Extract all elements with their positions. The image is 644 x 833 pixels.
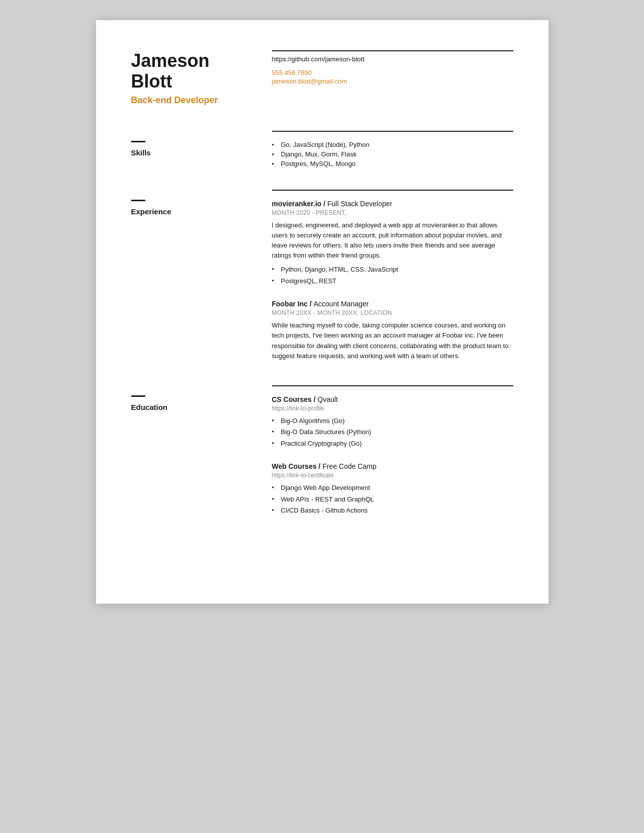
education-entry-2: Web Courses / Free Code Camp https://lin…: [272, 462, 513, 516]
edu-link-2: https://link-to-certificate: [272, 472, 513, 479]
exp-desc-1: I designed, engineered, and deployed a w…: [272, 220, 513, 261]
header-github: https://github.com/jameson-blott: [272, 55, 513, 63]
exp-title-2: Foobar Inc / Account Manager: [272, 300, 513, 308]
skills-list: Go, JavaScript (Node), Python Django, Mu…: [272, 141, 513, 168]
list-item: Go, JavaScript (Node), Python: [272, 141, 513, 148]
experience-section-left: Experience: [131, 190, 252, 365]
skills-section-left: Skills: [131, 131, 252, 170]
edu-institution-2: Web Courses: [272, 462, 317, 470]
list-item: Big-O Data Structures (Python): [272, 427, 513, 437]
edu-title-1: CS Courses / Qvault: [272, 395, 513, 403]
education-dash: [131, 395, 145, 397]
experience-label: Experience: [131, 207, 252, 216]
header-email: jameson.blott@gmail.com: [272, 77, 513, 85]
edu-sub-1: Qvault: [318, 395, 338, 403]
header-left: Jameson Blott Back-end Developer: [131, 50, 252, 106]
edu-title-2: Web Courses / Free Code Camp: [272, 462, 513, 470]
list-item: Postgres, MySQL, Mongo: [272, 160, 513, 168]
header-name: Jameson Blott: [131, 50, 252, 92]
exp-company-1: movieranker.io: [272, 200, 322, 208]
exp-company-2: Foobar Inc: [272, 300, 308, 308]
education-section: Education CS Courses / Qvault https://li…: [131, 385, 513, 517]
list-item: PostgresQL, REST: [272, 276, 513, 286]
exp-desc-2: While teaching myself to code, taking co…: [272, 320, 513, 361]
edu-institution-1: CS Courses: [272, 395, 312, 403]
resume-page: Jameson Blott Back-end Developer https:/…: [96, 20, 548, 604]
header-phone: 555.456.7890: [272, 69, 513, 76]
experience-entry-2: Foobar Inc / Account Manager MONTH 20XX …: [272, 300, 513, 361]
header: Jameson Blott Back-end Developer https:/…: [131, 50, 513, 106]
education-section-right: CS Courses / Qvault https://link-to-prof…: [272, 385, 513, 517]
education-section-left: Education: [131, 385, 252, 517]
list-item: Practical Cryptography (Go): [272, 439, 513, 449]
exp-role-2: Account Manager: [314, 300, 369, 308]
skills-section: Skills Go, JavaScript (Node), Python Dja…: [131, 131, 513, 170]
exp-role-1: Full Stack Developer: [327, 200, 392, 208]
edu-link-1: https://link-to-profile: [272, 405, 513, 412]
education-label: Education: [131, 403, 252, 411]
experience-dash: [131, 200, 145, 201]
header-right: https://github.com/jameson-blott 555.456…: [272, 50, 513, 106]
skills-dash: [131, 141, 145, 142]
experience-section-right: movieranker.io / Full Stack Developer MO…: [272, 190, 513, 365]
exp-date-1: MONTH 2020 - PRESENT,: [272, 209, 513, 216]
edu-bullets-2: Django Web App Development Web APIs - RE…: [272, 483, 513, 516]
edu-bullets-1: Big-O Algorithms (Go) Big-O Data Structu…: [272, 416, 513, 449]
edu-sub-2: Free Code Camp: [322, 462, 376, 470]
exp-bullets-1: Python, Django, HTML, CSS, JavaScript Po…: [272, 265, 513, 286]
skills-label: Skills: [131, 148, 252, 157]
skills-section-right: Go, JavaScript (Node), Python Django, Mu…: [272, 131, 513, 170]
list-item: Big-O Algorithms (Go): [272, 416, 513, 426]
list-item: Django Web App Development: [272, 483, 513, 493]
list-item: Web APIs - REST and GraphQL: [272, 494, 513, 505]
education-entry-1: CS Courses / Qvault https://link-to-prof…: [272, 395, 513, 449]
header-title: Back-end Developer: [131, 95, 252, 106]
experience-section: Experience movieranker.io / Full Stack D…: [131, 190, 513, 365]
exp-title-1: movieranker.io / Full Stack Developer: [272, 200, 513, 208]
list-item: Django, Mux, Gorm, Flask: [272, 150, 513, 158]
experience-entry-1: movieranker.io / Full Stack Developer MO…: [272, 200, 513, 286]
list-item: CI/CD Basics - Github Actions: [272, 506, 513, 516]
exp-date-2: MONTH 20XX - MONTH 20XX, LOCATION: [272, 309, 513, 316]
list-item: Python, Django, HTML, CSS, JavaScript: [272, 265, 513, 275]
